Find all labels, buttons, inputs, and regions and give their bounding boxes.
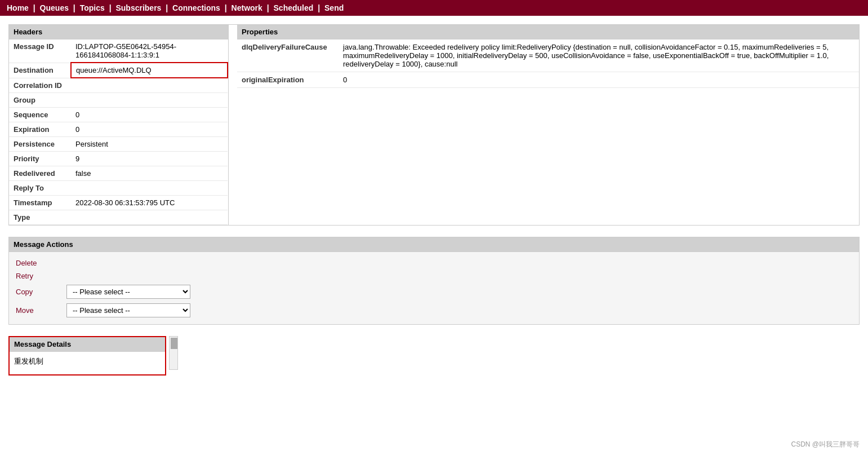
- header-label: Reply To: [9, 180, 71, 195]
- headers-panel: Headers Message IDID:LAPTOP-G5E0642L-549…: [9, 25, 229, 225]
- header-value: 0: [71, 122, 228, 136]
- property-value: java.lang.Throwable: Exceeded redelivery…: [339, 39, 859, 72]
- message-details-body: 重发机制: [10, 352, 165, 374]
- header-label: Message ID: [9, 39, 71, 63]
- header-label: Destination: [9, 63, 71, 78]
- nav-network[interactable]: Network: [232, 3, 262, 12]
- main-content: Headers Message IDID:LAPTOP-G5E0642L-549…: [0, 16, 868, 395]
- header-value: 9: [71, 151, 228, 166]
- nav-home[interactable]: Home: [7, 3, 29, 12]
- message-details-section: Message Details 重发机制: [8, 336, 166, 376]
- action-row: Delete: [16, 257, 852, 270]
- action-select-copy[interactable]: -- Please select --: [66, 285, 190, 299]
- header-label: Type: [9, 210, 71, 224]
- nav-topics[interactable]: Topics: [80, 3, 105, 12]
- action-link-move[interactable]: Move: [16, 306, 61, 315]
- header-value: [71, 78, 228, 92]
- headers-table: Message IDID:LAPTOP-G5E0642L-54954-16618…: [9, 39, 228, 225]
- nav-connections[interactable]: Connections: [172, 3, 220, 12]
- scrollbar[interactable]: [169, 336, 178, 370]
- top-section: Headers Message IDID:LAPTOP-G5E0642L-549…: [8, 24, 860, 226]
- properties-title: Properties: [237, 25, 859, 39]
- nav-scheduled[interactable]: Scheduled: [274, 3, 314, 12]
- header-label: Correlation ID: [9, 78, 71, 92]
- properties-panel: Properties dlqDeliveryFailureCausejava.l…: [237, 25, 859, 225]
- action-row: Move-- Please select --: [16, 301, 852, 320]
- message-details-title: Message Details: [10, 337, 165, 352]
- action-link-retry[interactable]: Retry: [16, 272, 61, 280]
- details-wrapper: Message Details 重发机制: [8, 336, 860, 387]
- header-value: 0: [71, 107, 228, 122]
- nav-subscribers[interactable]: Subscribers: [115, 3, 161, 12]
- property-label: originalExpiration: [237, 72, 339, 88]
- header-value: [71, 180, 228, 195]
- header-value: [71, 210, 228, 224]
- header-label: Timestamp: [9, 195, 71, 210]
- header-value: Persistent: [71, 136, 228, 151]
- header-value: ID:LAPTOP-G5E0642L-54954-1661841068084-1…: [71, 39, 228, 63]
- header-label: Redelivered: [9, 166, 71, 180]
- message-details-content: 重发机制: [14, 357, 43, 365]
- action-row: Copy-- Please select --: [16, 282, 852, 301]
- header-label: Priority: [9, 151, 71, 166]
- header-label: Sequence: [9, 107, 71, 122]
- header-value: queue://ActiveMQ.DLQ: [71, 63, 228, 78]
- properties-table: dlqDeliveryFailureCausejava.lang.Throwab…: [237, 39, 859, 88]
- scrollbar-thumb[interactable]: [171, 338, 177, 349]
- headers-title: Headers: [9, 25, 228, 39]
- action-link-delete[interactable]: Delete: [16, 259, 61, 267]
- message-actions-title: Message Actions: [9, 237, 859, 252]
- navbar: Home | Queues | Topics | Subscribers | C…: [0, 0, 868, 16]
- property-value: 0: [339, 72, 859, 88]
- nav-queues[interactable]: Queues: [40, 3, 69, 12]
- action-select-move[interactable]: -- Please select --: [66, 303, 190, 317]
- property-label: dlqDeliveryFailureCause: [237, 39, 339, 72]
- header-label: Persistence: [9, 136, 71, 151]
- header-value: false: [71, 166, 228, 180]
- header-label: Group: [9, 92, 71, 107]
- header-label: Expiration: [9, 122, 71, 136]
- actions-body: DeleteRetryCopy-- Please select --Move--…: [9, 252, 859, 324]
- message-actions-section: Message Actions DeleteRetryCopy-- Please…: [8, 237, 860, 325]
- header-value: 2022-08-30 06:31:53:795 UTC: [71, 195, 228, 210]
- action-link-copy[interactable]: Copy: [16, 288, 61, 296]
- nav-send[interactable]: Send: [324, 3, 344, 12]
- action-row: Retry: [16, 270, 852, 282]
- header-value: [71, 92, 228, 107]
